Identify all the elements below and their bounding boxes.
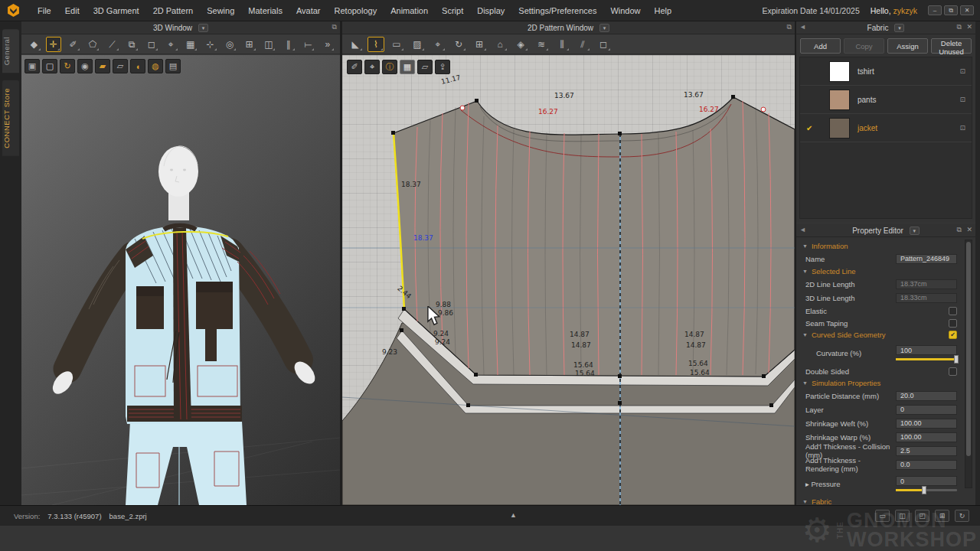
show-grid-icon[interactable]: ▦ xyxy=(400,60,415,74)
info-icon[interactable]: ⓘ xyxy=(382,60,397,74)
value-input-add-l-thickness-rendering-mm[interactable]: 0.0 xyxy=(896,460,957,470)
pen-3d-tool[interactable]: ✐ xyxy=(65,37,81,52)
cut-and-sew-tool[interactable]: ⫽ xyxy=(574,37,591,52)
fabric-save-icon[interactable]: ⊡ xyxy=(959,67,965,75)
fabric-save-icon[interactable]: ⊡ xyxy=(959,96,965,103)
menu-settings-preferences[interactable]: Settings/Preferences xyxy=(511,0,603,21)
value-input-pressure[interactable]: 0 xyxy=(896,476,957,486)
slider-handle[interactable] xyxy=(954,355,959,364)
property-editor-popout-icon[interactable]: ⧉ xyxy=(957,226,962,234)
menu-3d-garment[interactable]: 3D Garment xyxy=(87,0,146,21)
slider-track-pressure[interactable] xyxy=(896,489,957,491)
export-icon[interactable]: ⇪ xyxy=(435,60,450,74)
pin-icon[interactable]: ◄ xyxy=(799,226,806,233)
pattern-pin-icon[interactable]: ⌖ xyxy=(364,60,380,74)
menu-display[interactable]: Display xyxy=(470,0,511,21)
show-garment-tool[interactable]: ◻ xyxy=(595,37,612,52)
gizmo-tool[interactable]: ◆ xyxy=(26,37,42,52)
minimize-button[interactable]: – xyxy=(928,5,942,15)
3d-viewport[interactable]: ▣▢↻◉▰▱◖◍▤ xyxy=(21,55,340,505)
fold-tool[interactable]: ◫ xyxy=(261,37,277,52)
scrollbar-thumb[interactable] xyxy=(966,242,971,456)
menu-animation[interactable]: Animation xyxy=(384,0,435,21)
texture-edit-icon[interactable]: ✐ xyxy=(347,60,362,74)
add-fabric-button[interactable]: Add xyxy=(800,38,841,54)
layout-avatar-icon[interactable]: ◰ xyxy=(915,510,929,522)
slider-handle[interactable] xyxy=(922,486,926,494)
show-garment-fit-icon[interactable]: ▢ xyxy=(42,59,57,73)
hanger-tool[interactable]: ∥ xyxy=(280,37,296,52)
menu-script[interactable]: Script xyxy=(435,0,470,21)
2d-window-titlebar[interactable]: 2D Pattern Window ▾ ⧉ xyxy=(342,21,795,34)
property-editor-titlebar[interactable]: ◄ Property Editor ▾ ⧉ ✕ xyxy=(796,224,975,237)
property-editor-scrollbar[interactable] xyxy=(965,240,972,488)
3d-window-popout-icon[interactable]: ⧉ xyxy=(332,23,337,31)
show-avatar-icon[interactable]: ◉ xyxy=(77,59,93,73)
stitch-tool[interactable]: ⊹ xyxy=(202,37,218,52)
value-input-layer[interactable]: 0 xyxy=(896,405,957,415)
menu-sewing[interactable]: Sewing xyxy=(200,0,241,21)
grading-tool[interactable]: ⊞ xyxy=(471,37,488,52)
avatar-tool[interactable]: ⌖ xyxy=(163,37,179,52)
statusbar-collapse-icon[interactable]: ▲ xyxy=(510,511,517,519)
arrange-points-tool[interactable]: ⧉ xyxy=(124,37,140,52)
fabric-save-icon[interactable]: ⊡ xyxy=(959,124,965,132)
checkbox-curved-side-geometry[interactable]: ✔ xyxy=(949,331,957,339)
property-editor-dropdown-icon[interactable]: ▾ xyxy=(910,227,920,235)
free-sewing-tool[interactable]: ≋ xyxy=(533,37,550,52)
property-editor-close-icon[interactable]: ✕ xyxy=(966,226,972,233)
pin-icon[interactable]: ◄ xyxy=(799,23,806,31)
rotate-pattern-tool[interactable]: ↻ xyxy=(450,37,467,52)
section-simulation-properties[interactable]: ▼Simulation Properties xyxy=(796,377,975,389)
fabric-dropdown-icon[interactable]: ▾ xyxy=(894,24,904,32)
delete-unused-fabric-button[interactable]: Delete Unused xyxy=(931,38,972,54)
checkbox-double-sided[interactable] xyxy=(949,367,957,376)
pattern-thumb-icon[interactable]: ▱ xyxy=(417,60,433,74)
polygon-tool[interactable]: ▭ xyxy=(388,37,405,52)
3d-window-dropdown-icon[interactable]: ▾ xyxy=(198,24,208,32)
checkbox-seam-taping[interactable] xyxy=(949,319,957,328)
menu-help[interactable]: Help xyxy=(648,0,679,21)
layout-single-icon[interactable]: ▭ xyxy=(875,510,890,522)
menu-avatar[interactable]: Avatar xyxy=(289,0,328,21)
fabric-item-pants[interactable]: pants⊡ xyxy=(800,86,972,114)
2d-pattern-canvas[interactable]: ✐⌖ⓘ▦▱⇪ 11.1713.6713.6716.2716.2718.3718.… xyxy=(342,55,795,505)
section-selected-line[interactable]: ▼Selected Line xyxy=(796,266,975,277)
section-information[interactable]: ▼Information xyxy=(796,240,975,252)
checkbox-elastic[interactable] xyxy=(949,307,957,315)
fabric-panel-titlebar[interactable]: ◄ Fabric ▾ ⧉ ✕ xyxy=(796,21,975,34)
tape-measure-icon[interactable]: ▤ xyxy=(165,59,181,73)
section-fabric[interactable]: ▼Fabric xyxy=(796,496,975,504)
fabric-item-jacket[interactable]: ✔jacket⊡ xyxy=(800,114,972,142)
2d-window-dropdown-icon[interactable]: ▾ xyxy=(599,24,609,32)
3d-window-titlebar[interactable]: 3D Window ▾ ⧉ xyxy=(21,21,340,34)
show-avatar-sphere-icon[interactable]: ◍ xyxy=(148,59,163,73)
layout-reset-icon[interactable]: ↻ xyxy=(955,510,969,522)
menu-retopology[interactable]: Retopology xyxy=(328,0,384,21)
menu-file[interactable]: File xyxy=(31,0,58,21)
menu-2d-pattern[interactable]: 2D Pattern xyxy=(146,0,201,21)
section-curved-side-geometry[interactable]: ▼Curved Side Geometry✔ xyxy=(796,329,975,341)
button-tool[interactable]: ⊞ xyxy=(241,37,257,52)
tab-general[interactable]: General xyxy=(2,29,19,73)
menu-window[interactable]: Window xyxy=(603,0,647,21)
fabric-close-icon[interactable]: ✕ xyxy=(966,23,972,31)
value-input-add-l-thickness-collision-mm[interactable]: 2.5 xyxy=(896,446,957,456)
sewing-edit-tool[interactable]: ⬠ xyxy=(85,37,101,52)
tab-connect-store[interactable]: CONNECT Store xyxy=(2,80,19,156)
2d-window-popout-icon[interactable]: ⧉ xyxy=(787,23,792,31)
show-3d-garment-icon[interactable]: ▣ xyxy=(24,59,40,73)
edit-pattern-tool[interactable]: ⌇ xyxy=(368,37,384,52)
layout-quad-icon[interactable]: ⊞ xyxy=(935,510,949,522)
layout-split-icon[interactable]: ◫ xyxy=(895,510,910,522)
menu-materials[interactable]: Materials xyxy=(241,0,289,21)
show-avatar-skin-icon[interactable]: ◖ xyxy=(130,59,145,73)
value-input-curvature[interactable]: 100 xyxy=(896,345,957,355)
slider-track-curvature[interactable] xyxy=(896,358,957,360)
fabric-popout-icon[interactable]: ⧉ xyxy=(957,23,962,31)
assign-fabric-button[interactable]: Assign xyxy=(887,38,928,54)
steam-tool[interactable]: ◎ xyxy=(222,37,238,52)
value-input-name[interactable]: Pattern_246849 xyxy=(896,254,957,264)
restore-button[interactable]: ⧉ xyxy=(944,5,958,15)
transform-pattern-tool[interactable]: ◣ xyxy=(347,37,364,52)
